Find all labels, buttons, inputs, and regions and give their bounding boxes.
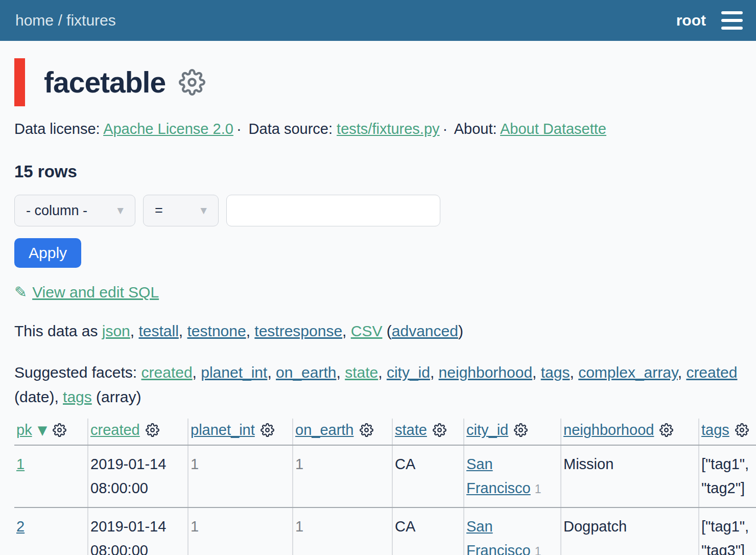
filter-column-select[interactable]: - column - ▼ [14, 195, 135, 226]
cell-created: 2019-01-14 08:00:00 [88, 507, 188, 555]
title-accent-bar [14, 58, 25, 106]
cell-pk: 2 [14, 507, 88, 555]
facet-link-city-id[interactable]: city_id [387, 364, 430, 381]
export-link-json[interactable]: json [102, 322, 130, 339]
column-header-city-id-link[interactable]: city_id [466, 422, 508, 438]
column-gear-icon[interactable] [360, 423, 373, 437]
column-gear-icon[interactable] [514, 423, 528, 437]
chevron-down-icon: ▼ [198, 204, 209, 217]
column-header-pk-link[interactable]: pk [16, 422, 32, 438]
column-header-created-link[interactable]: created [90, 422, 140, 438]
column-gear-icon[interactable] [659, 423, 673, 437]
facet-suffix: (array) [92, 388, 141, 405]
row-pk-link[interactable]: 1 [16, 456, 25, 472]
facet-link-on-earth[interactable]: on_earth [276, 364, 336, 381]
filter-operator-select[interactable]: = ▼ [143, 195, 219, 226]
row-pk-link[interactable]: 2 [16, 518, 25, 535]
advanced-close-paren: ) [458, 322, 463, 339]
breadcrumb-separator: / [58, 12, 62, 29]
column-header-planet-int[interactable]: planet_int [188, 419, 293, 445]
facet-link-state[interactable]: state [345, 364, 378, 381]
facet-link-tags-array[interactable]: tags [63, 388, 92, 405]
export-link-csv[interactable]: CSV [351, 322, 383, 339]
cell-tags: ["tag1", "tag2"] [699, 445, 756, 507]
export-link-testnone[interactable]: testnone [187, 322, 246, 339]
source-label: Data source: [249, 121, 333, 137]
cell-city-id: San Francisco1 [464, 445, 561, 507]
top-navbar: home / fixtures root [0, 0, 756, 41]
facet-suffix: (date) [14, 388, 54, 405]
cell-tags: ["tag1", "tag3"] [699, 507, 756, 555]
chevron-down-icon: ▼ [115, 204, 126, 217]
cell-on-earth: 1 [293, 507, 392, 555]
cell-neighborhood: Mission [561, 445, 699, 507]
source-link[interactable]: tests/fixtures.py [337, 121, 439, 137]
filter-value-input[interactable] [226, 195, 440, 226]
column-gear-icon[interactable] [261, 423, 274, 437]
facet-link-planet-int[interactable]: planet_int [201, 364, 267, 381]
export-links-line: This data as jsontestalltestnonetestresp… [14, 322, 742, 340]
column-gear-icon[interactable] [53, 423, 66, 437]
facets-label: Suggested facets: [14, 364, 137, 381]
breadcrumb-home-link[interactable]: home [15, 12, 54, 29]
column-header-on-earth-link[interactable]: on_earth [295, 422, 354, 438]
facet-link-tags[interactable]: tags [541, 364, 570, 381]
filter-column-value: - column - [26, 203, 87, 219]
table-container: pk ▼ created planet_int [14, 419, 756, 555]
title-row: facetable [14, 58, 742, 106]
export-link-advanced[interactable]: advanced [392, 322, 458, 339]
cell-state: CA [392, 507, 464, 555]
filter-operator-value: = [155, 203, 163, 219]
view-edit-sql-link[interactable]: View and edit SQL [32, 284, 159, 300]
column-header-tags[interactable]: tags [699, 419, 756, 445]
export-link-testresponse[interactable]: testresponse [254, 322, 342, 339]
column-header-planet-int-link[interactable]: planet_int [191, 422, 255, 438]
facet-link-complex-array[interactable]: complex_array [578, 364, 678, 381]
column-header-neighborhood[interactable]: neighborhood [561, 419, 699, 445]
user-menu-root[interactable]: root [676, 12, 706, 29]
column-header-state[interactable]: state [392, 419, 464, 445]
column-gear-icon[interactable] [735, 423, 749, 437]
suggested-facets-line: Suggested facets: createdplanet_inton_ea… [14, 360, 742, 409]
city-raw-id: 1 [535, 482, 541, 496]
breadcrumb: home / fixtures [15, 12, 116, 29]
license-label: Data license: [14, 121, 100, 137]
column-header-state-link[interactable]: state [395, 422, 427, 438]
about-link[interactable]: About Datasette [500, 121, 606, 137]
hamburger-menu-icon[interactable] [721, 9, 743, 32]
facet-link-created-date[interactable]: created [686, 364, 737, 381]
column-header-neighborhood-link[interactable]: neighborhood [563, 422, 654, 438]
table-row: 1 2019-01-14 08:00:00 1 1 CA San Francis… [14, 445, 756, 507]
table-row: 2 2019-01-14 08:00:00 1 1 CA San Francis… [14, 507, 756, 555]
apply-button[interactable]: Apply [14, 238, 81, 268]
main-content: facetable Data license: Apache License 2… [0, 58, 756, 555]
rows-table: pk ▼ created planet_int [14, 419, 756, 555]
sort-desc-icon: ▼ [38, 423, 47, 437]
column-header-created[interactable]: created [88, 419, 188, 445]
table-settings-gear-icon[interactable] [179, 69, 205, 96]
header-row: pk ▼ created planet_int [14, 419, 756, 445]
city-raw-id: 1 [535, 545, 541, 555]
cell-neighborhood: Dogpatch [561, 507, 699, 555]
facet-link-created[interactable]: created [141, 364, 193, 381]
breadcrumb-fixtures-link[interactable]: fixtures [66, 12, 116, 29]
cell-planet-int: 1 [188, 507, 293, 555]
dot-separator: · [233, 121, 245, 137]
column-header-on-earth[interactable]: on_earth [293, 419, 392, 445]
column-header-city-id[interactable]: city_id [464, 419, 561, 445]
cell-planet-int: 1 [188, 445, 293, 507]
page-title: facetable [44, 65, 166, 99]
dot-separator: · [440, 121, 451, 137]
city-link[interactable]: San Francisco [466, 456, 531, 496]
column-gear-icon[interactable] [146, 423, 159, 437]
export-label: This data as [14, 322, 98, 339]
license-link[interactable]: Apache License 2.0 [103, 121, 233, 137]
cell-created: 2019-01-14 08:00:00 [88, 445, 188, 507]
column-gear-icon[interactable] [433, 423, 446, 437]
column-header-tags-link[interactable]: tags [701, 422, 729, 438]
column-header-pk[interactable]: pk ▼ [14, 419, 88, 445]
cell-pk: 1 [14, 445, 88, 507]
export-link-testall[interactable]: testall [138, 322, 178, 339]
facet-link-neighborhood[interactable]: neighborhood [439, 364, 533, 381]
city-link[interactable]: San Francisco [466, 518, 531, 555]
